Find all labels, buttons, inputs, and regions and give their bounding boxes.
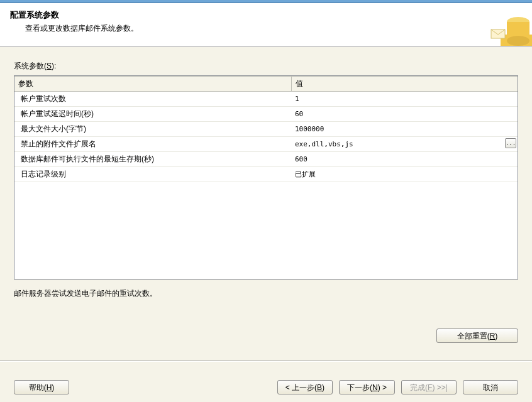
param-name: 禁止的附件文件扩展名 — [14, 137, 291, 152]
table-row[interactable]: 数据库邮件可执行文件的最短生存期(秒) 600 — [14, 152, 518, 167]
param-name: 数据库邮件可执行文件的最短生存期(秒) — [14, 152, 291, 167]
finish-button: 完成(F) >>| — [401, 380, 457, 394]
param-name: 日志记录级别 — [14, 167, 291, 182]
section-label: 系统参数(S): — [14, 61, 518, 72]
grid-header-row: 参数 值 — [14, 77, 518, 92]
content-area: 系统参数(S): 参数 值 帐户重试次数 1 帐户重试延迟时间(秒) 60 — [0, 47, 532, 349]
reset-row: 全部重置(R) — [14, 329, 518, 343]
param-value[interactable]: 1 — [291, 92, 518, 107]
param-value[interactable]: 1000000 — [291, 122, 518, 137]
table-row[interactable]: 日志记录级别 已扩展 — [14, 167, 518, 182]
param-name: 帐户重试次数 — [14, 92, 291, 107]
wizard-footer: 帮助(H) < 上一步(B) 下一步(N) > 完成(F) >>| 取消 — [0, 380, 532, 394]
wizard-header: 配置系统参数 查看或更改数据库邮件系统参数。 — [0, 3, 532, 47]
parameter-description: 邮件服务器尝试发送电子邮件的重试次数。 — [14, 288, 518, 326]
svg-point-3 — [507, 36, 529, 46]
table-row[interactable]: 帐户重试延迟时间(秒) 60 — [14, 107, 518, 122]
page-title: 配置系统参数 — [10, 9, 522, 21]
browse-button[interactable]: ... — [505, 138, 516, 148]
reset-all-button[interactable]: 全部重置(R) — [436, 329, 518, 343]
column-header-param[interactable]: 参数 — [14, 77, 291, 92]
column-header-value[interactable]: 值 — [291, 77, 518, 92]
page-subtitle: 查看或更改数据库邮件系统参数。 — [25, 23, 522, 34]
table-row[interactable]: 帐户重试次数 1 — [14, 92, 518, 107]
help-button[interactable]: 帮助(H) — [14, 380, 69, 394]
table-row[interactable]: 最大文件大小(字节) 1000000 — [14, 122, 518, 137]
footer-left: 帮助(H) — [14, 380, 69, 394]
cancel-button[interactable]: 取消 — [463, 380, 518, 394]
back-button[interactable]: < 上一步(B) — [277, 380, 333, 394]
footer-right: < 上一步(B) 下一步(N) > 完成(F) >>| 取消 — [277, 380, 518, 394]
next-button[interactable]: 下一步(N) > — [339, 380, 395, 394]
footer-separator — [0, 361, 532, 362]
param-name: 帐户重试延迟时间(秒) — [14, 107, 291, 122]
parameters-grid[interactable]: 参数 值 帐户重试次数 1 帐户重试延迟时间(秒) 60 最大文件大小(字节) … — [14, 75, 518, 280]
database-mail-icon — [488, 3, 532, 47]
param-name: 最大文件大小(字节) — [14, 122, 291, 137]
param-value[interactable]: exe,dll,vbs,js ... — [291, 137, 518, 152]
param-value[interactable]: 已扩展 — [291, 167, 518, 182]
param-value[interactable]: 60 — [291, 107, 518, 122]
param-value[interactable]: 600 — [291, 152, 518, 167]
table-row[interactable]: 禁止的附件文件扩展名 exe,dll,vbs,js ... — [14, 137, 518, 152]
